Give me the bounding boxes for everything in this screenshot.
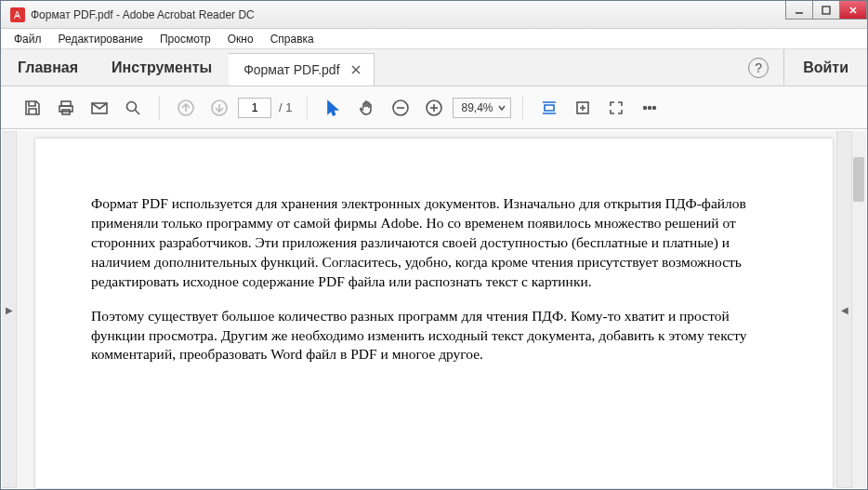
pdf-page[interactable]: Формат PDF используется для хранения эле… xyxy=(35,139,833,488)
svg-point-17 xyxy=(648,106,651,109)
app-window: Формат PDF.pdf - Adobe Acrobat Reader DC… xyxy=(0,0,868,490)
prev-page-icon[interactable] xyxy=(171,93,201,123)
maximize-button[interactable] xyxy=(812,1,840,20)
svg-point-18 xyxy=(652,106,655,109)
left-panel-toggle[interactable]: ▶ xyxy=(2,131,17,488)
fit-width-icon[interactable] xyxy=(534,93,564,123)
svg-point-6 xyxy=(127,101,137,111)
minimize-button[interactable] xyxy=(785,1,813,20)
menu-bar: Файл Редактирование Просмотр Окно Справк… xyxy=(1,29,867,49)
window-controls xyxy=(786,1,867,20)
toolbar: / 1 89,4% xyxy=(1,86,867,129)
zoom-in-icon[interactable] xyxy=(419,93,449,123)
save-icon[interactable] xyxy=(18,93,47,123)
menu-window[interactable]: Окно xyxy=(220,31,261,47)
scroll-thumb[interactable] xyxy=(853,157,864,202)
svg-rect-1 xyxy=(822,7,830,14)
zoom-value: 89,4% xyxy=(461,101,493,114)
more-tools-icon[interactable] xyxy=(635,93,664,123)
paragraph-1: Формат PDF используется для хранения эле… xyxy=(91,194,777,292)
paragraph-2: Поэтому существует большое количество ра… xyxy=(91,307,777,365)
zoom-out-icon[interactable] xyxy=(386,93,415,123)
vertical-scrollbar[interactable] xyxy=(851,131,866,488)
title-bar: Формат PDF.pdf - Adobe Acrobat Reader DC xyxy=(1,1,867,29)
window-title: Формат PDF.pdf - Adobe Acrobat Reader DC xyxy=(31,8,255,21)
tab-close-icon[interactable] xyxy=(349,63,362,76)
hand-tool-icon[interactable] xyxy=(352,93,382,123)
login-button[interactable]: Войти xyxy=(783,49,867,86)
help-icon[interactable]: ? xyxy=(748,58,769,78)
tab-bar: Главная Инструменты Формат PDF.pdf ? Вой… xyxy=(1,49,867,86)
svg-rect-3 xyxy=(59,106,72,112)
close-button[interactable] xyxy=(839,1,867,20)
tab-tools[interactable]: Инструменты xyxy=(95,49,229,86)
tab-document[interactable]: Формат PDF.pdf xyxy=(229,53,374,86)
menu-help[interactable]: Справка xyxy=(263,31,322,47)
menu-edit[interactable]: Редактирование xyxy=(51,31,151,47)
next-page-icon[interactable] xyxy=(204,93,234,123)
tab-home[interactable]: Главная xyxy=(1,49,95,86)
search-icon[interactable] xyxy=(118,93,148,123)
svg-point-16 xyxy=(643,106,646,109)
svg-line-7 xyxy=(136,110,140,114)
fit-page-icon[interactable] xyxy=(568,93,598,123)
tab-document-label: Формат PDF.pdf xyxy=(243,62,339,77)
chevron-left-icon: ◀ xyxy=(841,305,848,315)
email-icon[interactable] xyxy=(85,93,114,123)
fullscreen-icon[interactable] xyxy=(601,93,631,123)
menu-file[interactable]: Файл xyxy=(7,31,49,47)
page-total-label: / 1 xyxy=(279,100,292,114)
menu-view[interactable]: Просмотр xyxy=(152,31,218,47)
page-number-input[interactable] xyxy=(238,98,271,118)
selection-tool-icon[interactable] xyxy=(319,93,349,123)
print-icon[interactable] xyxy=(51,93,81,123)
zoom-dropdown[interactable]: 89,4% xyxy=(453,98,510,118)
chevron-right-icon: ▶ xyxy=(6,305,13,315)
right-panel-toggle[interactable]: ◀ xyxy=(836,131,851,488)
app-icon xyxy=(10,7,25,22)
document-viewport: ▶ Формат PDF используется для хранения э… xyxy=(2,131,866,488)
